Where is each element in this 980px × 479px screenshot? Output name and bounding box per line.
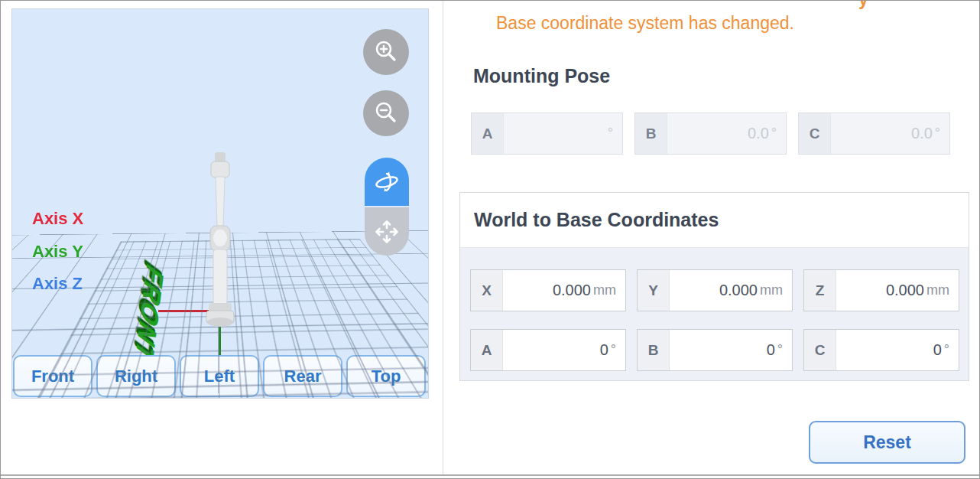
- coord-field-y[interactable]: Y 0.000mm: [637, 269, 793, 311]
- field-value: 0.0°: [831, 113, 949, 154]
- rotate-mode-button[interactable]: [365, 158, 409, 206]
- zoom-in-button[interactable]: [363, 29, 409, 75]
- field-unit: mm: [593, 282, 616, 298]
- field-label: Y: [638, 270, 670, 311]
- robot-world-coordinates-page: FRONT Axis X Axis Y Axis Z: [0, 0, 980, 479]
- magnifier-plus-icon: [372, 38, 400, 66]
- field-label: C: [799, 113, 831, 154]
- robot-3d-viewport[interactable]: FRONT Axis X Axis Y Axis Z: [11, 8, 429, 399]
- reset-button[interactable]: Reset: [809, 421, 965, 464]
- field-unit: mm: [760, 282, 783, 298]
- field-label: Z: [804, 270, 836, 311]
- mounting-pose-fields: A ° B 0.0° C 0.0°: [471, 112, 950, 155]
- field-unit: °: [777, 342, 783, 358]
- robot-arm-model: [196, 149, 244, 330]
- rotation-fields-row: A 0° B 0° C 0°: [470, 329, 959, 371]
- world-to-base-body: X 0.000mm Y 0.000mm Z 0.000mm A 0°: [460, 248, 969, 380]
- field-value: 0.0°: [667, 113, 786, 154]
- magnifier-minus-icon: [372, 99, 400, 127]
- field-label: B: [635, 113, 667, 154]
- bottom-rule: [1, 474, 979, 476]
- warning-message-clipped-line: y: [858, 0, 868, 10]
- field-unit: °: [611, 342, 616, 358]
- field-unit: °: [944, 342, 949, 358]
- field-unit: °: [935, 125, 940, 142]
- view-front-button[interactable]: Front: [13, 355, 92, 397]
- field-value: 0°: [836, 330, 959, 370]
- field-unit: mm: [926, 282, 949, 298]
- view-rear-button[interactable]: Rear: [263, 355, 342, 397]
- coord-field-a[interactable]: A 0°: [470, 329, 626, 371]
- view-right-button[interactable]: Right: [96, 355, 176, 397]
- panel-divider: [443, 1, 443, 474]
- field-value: 0°: [670, 330, 792, 370]
- coord-field-z[interactable]: Z 0.000mm: [803, 269, 959, 311]
- mounting-pose-title: Mounting Pose: [473, 65, 610, 87]
- pan-arrows-icon: [372, 217, 402, 247]
- field-label: X: [471, 270, 503, 311]
- mounting-pose-field-b: B 0.0°: [634, 112, 787, 155]
- field-value: 0°: [503, 330, 625, 370]
- field-label: B: [638, 330, 670, 370]
- pan-mode-button[interactable]: [365, 207, 409, 256]
- view-mode-toggle: [365, 158, 409, 256]
- view-left-button[interactable]: Left: [180, 355, 259, 397]
- field-label: A: [472, 113, 504, 154]
- zoom-out-button[interactable]: [363, 90, 409, 136]
- coord-field-b[interactable]: B 0°: [637, 329, 793, 371]
- field-value: 0.000mm: [836, 270, 959, 311]
- mounting-pose-field-c: C 0.0°: [798, 112, 950, 155]
- axis-z-label: Axis Z: [32, 274, 83, 294]
- field-value: 0.000mm: [670, 270, 792, 311]
- field-value: °: [504, 113, 622, 154]
- field-label: A: [471, 330, 503, 370]
- coord-field-x[interactable]: X 0.000mm: [470, 269, 626, 311]
- axis-x-label: Axis X: [32, 209, 83, 229]
- world-to-base-title: World to Base Coordinates: [460, 193, 969, 248]
- mounting-pose-field-a: A °: [471, 112, 623, 155]
- orbit-rotate-icon: [372, 167, 402, 197]
- field-unit: °: [608, 125, 613, 142]
- coord-field-c[interactable]: C 0°: [803, 329, 959, 371]
- field-unit: °: [771, 125, 777, 142]
- axis-y-label: Axis Y: [32, 242, 83, 262]
- field-value: 0.000mm: [503, 270, 625, 311]
- translation-fields-row: X 0.000mm Y 0.000mm Z 0.000mm: [470, 269, 959, 311]
- view-top-button[interactable]: Top: [346, 355, 426, 397]
- world-to-base-panel: World to Base Coordinates X 0.000mm Y 0.…: [459, 192, 969, 381]
- warning-message: Base coordinate system has changed.: [496, 13, 794, 34]
- field-label: C: [804, 330, 836, 370]
